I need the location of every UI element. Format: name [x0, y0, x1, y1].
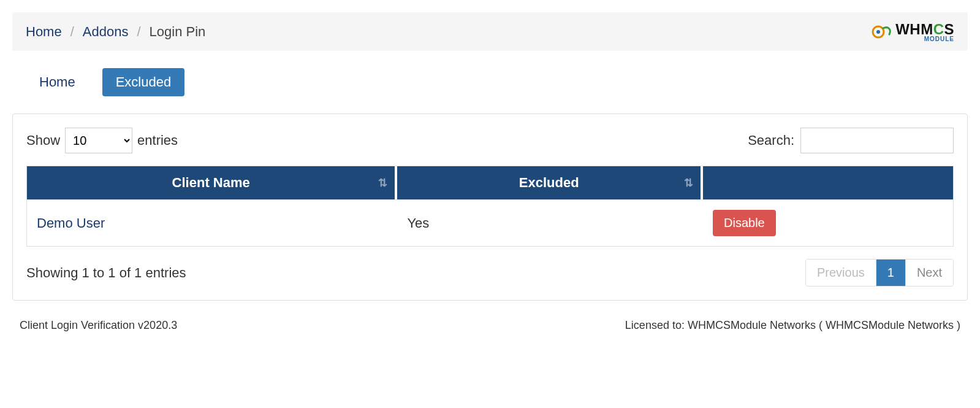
footer-version: Client Login Verification v2020.3 — [20, 319, 177, 332]
length-control: Show 10 entries — [26, 128, 178, 153]
pagination: Previous 1 Next — [805, 259, 954, 287]
gear-icon — [871, 23, 893, 40]
breadcrumb-addons[interactable]: Addons — [83, 24, 129, 40]
logo-text-2: C — [933, 21, 944, 37]
logo-text-3: S — [944, 21, 954, 37]
search-label: Search: — [748, 133, 794, 148]
disable-button[interactable]: Disable — [713, 210, 776, 236]
table-row: Demo User Yes Disable — [27, 199, 953, 246]
col-client-name-label: Client Name — [172, 175, 250, 190]
svg-point-1 — [876, 30, 880, 34]
col-excluded-label: Excluded — [519, 175, 579, 190]
tabs: Home Excluded — [26, 68, 954, 96]
col-actions — [703, 166, 953, 199]
search-input[interactable] — [800, 128, 954, 153]
table-info: Showing 1 to 1 of 1 entries — [26, 265, 186, 281]
entries-label: entries — [137, 133, 178, 148]
tab-excluded[interactable]: Excluded — [102, 68, 185, 96]
pagination-page-1[interactable]: 1 — [876, 260, 906, 286]
page-footer: Client Login Verification v2020.3 Licens… — [12, 301, 968, 338]
brand-logo: WHMCS MODULE — [871, 21, 954, 42]
excluded-cell: Yes — [397, 199, 703, 246]
breadcrumb-separator: / — [137, 24, 140, 40]
breadcrumb-current: Login Pin — [150, 24, 206, 40]
sort-icon: ⇅ — [378, 176, 387, 190]
main-panel: Show 10 entries Search: Client Name ⇅ — [12, 114, 968, 301]
breadcrumb: Home / Addons / Login Pin — [26, 24, 205, 40]
entries-select[interactable]: 10 — [65, 128, 132, 153]
data-table: Client Name ⇅ Excluded ⇅ Demo User Yes — [26, 166, 954, 247]
breadcrumb-separator: / — [70, 24, 74, 40]
show-label: Show — [26, 133, 60, 148]
table-controls: Show 10 entries Search: — [26, 128, 954, 153]
header-bar: Home / Addons / Login Pin WHMCS MODULE — [12, 12, 968, 51]
breadcrumb-home[interactable]: Home — [26, 24, 62, 40]
table-footer: Showing 1 to 1 of 1 entries Previous 1 N… — [26, 259, 954, 287]
pagination-previous[interactable]: Previous — [806, 260, 876, 286]
search-control: Search: — [748, 128, 954, 153]
sort-icon: ⇅ — [684, 176, 693, 190]
client-name-link[interactable]: Demo User — [37, 215, 105, 231]
col-excluded[interactable]: Excluded ⇅ — [397, 166, 703, 199]
pagination-next[interactable]: Next — [906, 260, 953, 286]
col-client-name[interactable]: Client Name ⇅ — [27, 166, 397, 199]
tab-home[interactable]: Home — [26, 68, 89, 96]
footer-license: Licensed to: WHMCSModule Networks ( WHMC… — [625, 319, 960, 332]
logo-text-1: WHM — [895, 21, 933, 37]
